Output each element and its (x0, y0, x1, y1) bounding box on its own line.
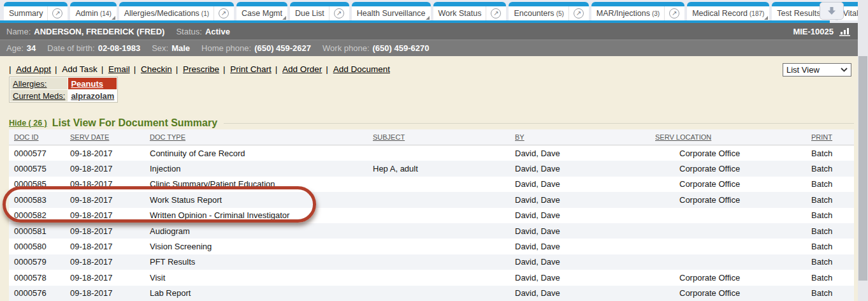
dropdown-fold-icon (282, 16, 286, 20)
table-row[interactable]: 0000581 09-18-2017 Audiogram David, Dave… (9, 223, 854, 239)
table-row-written-opinion[interactable]: 0000582 09-18-2017 Written Opinion - Cri… (9, 208, 854, 223)
patient-demographics-bar: Age: 34 Date of birth: 02-08-1983 Sex: M… (0, 40, 858, 56)
tab-allergies-medications[interactable]: Allergies/Medications (1) ↗ (119, 2, 234, 20)
table-row[interactable]: 0000585 09-18-2017 Clinic Summary/Patien… (9, 177, 854, 192)
page-title: List View For Document Summary (52, 117, 217, 129)
col-header-doc-id[interactable]: DOC ID (9, 133, 65, 141)
checkin-link[interactable]: Checkin (134, 64, 172, 74)
dropdown-fold-icon (112, 16, 115, 20)
col-header-serv-date[interactable]: SERV DATE (65, 133, 145, 141)
document-summary-header: Hide ( 26 ) List View For Document Summa… (9, 117, 854, 129)
table-header-row: DOC ID SERV DATE DOC TYPE SUBJECT BY SER… (9, 129, 854, 145)
tab-health-surveillance[interactable]: Health Surveillance (352, 2, 431, 20)
popout-icon[interactable]: ↗ (568, 6, 584, 20)
popout-icon[interactable]: ↗ (664, 6, 679, 20)
tab-due-list[interactable]: Due List ↗ (290, 2, 349, 20)
tab-encounters[interactable]: Encounters (5) ↗ (509, 2, 588, 20)
prescribe-link[interactable]: Prescribe (176, 64, 219, 74)
patient-age: Age: 34 (6, 43, 36, 53)
patient-status: Status: Active (176, 27, 230, 36)
add-task-link[interactable]: Add Task (55, 64, 98, 74)
tab-case-mgmt[interactable]: Case Mgmt (236, 2, 287, 20)
col-header-print[interactable]: PRINT (806, 133, 854, 141)
tab-overflow-button[interactable] (820, 2, 844, 20)
current-meds-label[interactable]: Current Meds: (10, 90, 68, 101)
allergies-label[interactable]: Allergies: (10, 78, 68, 89)
patient-chart-id: MIE-10025 (793, 27, 834, 36)
tab-admin[interactable]: Admin (14) (70, 2, 116, 20)
patient-name: Name: ANDERSON, FREDERICK (FRED) (6, 27, 164, 36)
col-header-subject[interactable]: SUBJECT (368, 133, 510, 141)
popout-icon[interactable]: ↗ (329, 6, 344, 20)
dropdown-fold-icon (764, 16, 768, 20)
tab-mar-injections[interactable]: MAR/Injections (3) ↗ (591, 2, 684, 20)
med-alprazolam-link[interactable]: alprazolam (68, 90, 117, 101)
allergies-meds-box: Allergies: Peanuts Current Meds: alprazo… (9, 77, 118, 103)
table-row[interactable]: 0000577 09-18-2017 Continuity of Care Re… (9, 145, 854, 161)
tab-medical-record[interactable]: Medical Record (187) (687, 2, 769, 20)
hide-link[interactable]: Hide ( 26 ) (9, 119, 47, 128)
chart-tab-bar: Summary ↗ Admin (14) Allergies/Medicatio… (0, 0, 858, 23)
patient-work-phone: Work phone: (650) 459-6270 (322, 43, 429, 53)
table-row-work-status-report[interactable]: 0000583 09-18-2017 Work Status Report Da… (9, 192, 854, 207)
arrow-down-icon (827, 6, 836, 15)
dropdown-fold-icon (426, 16, 430, 20)
divider (224, 123, 854, 124)
col-header-doc-type[interactable]: DOC TYPE (145, 133, 368, 141)
chevron-down-icon (841, 68, 848, 72)
table-row[interactable]: 0000575 09-18-2017 Injection Hep A, adul… (9, 161, 854, 176)
table-row[interactable]: 0000578 09-18-2017 Visit David, Dave Cor… (9, 270, 854, 285)
add-appt-link[interactable]: Add Appt (9, 64, 51, 74)
email-link[interactable]: Email (101, 64, 130, 74)
scrollbar-thumb[interactable] (858, 56, 867, 281)
allergy-peanuts-link[interactable]: Peanuts (68, 78, 117, 89)
table-row[interactable]: 0000576 09-18-2017 Lab Report David, Dav… (9, 286, 854, 301)
tab-list: Summary ↗ Admin (14) Allergies/Medicatio… (4, 2, 868, 20)
col-header-by[interactable]: BY (510, 133, 650, 141)
vertical-scrollbar[interactable] (858, 0, 868, 301)
print-chart-link[interactable]: Print Chart (223, 64, 271, 74)
patient-header-bar: Name: ANDERSON, FREDERICK (FRED) Status:… (0, 23, 858, 40)
tab-work-status[interactable]: Work Status ↗ (433, 2, 507, 20)
add-order-link[interactable]: Add Order (275, 64, 322, 74)
patient-dob: Date of birth: 02-08-1983 (47, 43, 140, 53)
add-document-link[interactable]: Add Document (326, 64, 390, 74)
bar-chart-icon[interactable] (839, 27, 851, 36)
quick-actions-bar: Add Appt Add Task Email Checkin Prescrib… (9, 64, 390, 74)
popout-icon[interactable]: ↗ (213, 6, 229, 20)
popout-icon[interactable]: ↗ (47, 6, 62, 20)
view-mode-select[interactable]: List View (783, 63, 851, 77)
patient-home-phone: Home phone: (650) 459-2627 (201, 43, 311, 53)
tab-summary[interactable]: Summary ↗ (4, 2, 68, 20)
patient-sex: Sex: Male (152, 43, 190, 53)
popout-icon[interactable]: ↗ (486, 6, 501, 20)
table-row[interactable]: 0000580 09-18-2017 Vision Screening Davi… (9, 239, 854, 254)
document-list-panel: DOC ID SERV DATE DOC TYPE SUBJECT BY SER… (9, 129, 854, 301)
col-header-serv-location[interactable]: SERV LOCATION (650, 133, 806, 141)
table-row[interactable]: 0000579 09-18-2017 PFT Results David, Da… (9, 254, 854, 270)
